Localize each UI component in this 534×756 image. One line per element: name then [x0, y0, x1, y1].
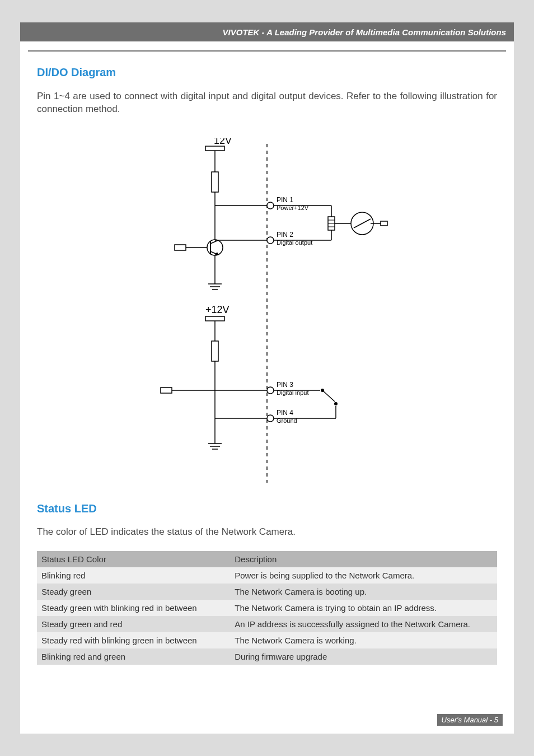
content-area: DI/DO Diagram Pin 1~4 are used to connec… — [37, 66, 497, 665]
table-header-desc: Description — [230, 551, 497, 567]
cell-color: Steady green and red — [37, 616, 230, 632]
svg-point-38 — [267, 387, 274, 394]
pin2-name: PIN 2 — [277, 231, 293, 239]
table-row: Steady red with blinking green in betwee… — [37, 632, 497, 648]
diagram-wrap: 12V PIN 1 — [37, 138, 497, 486]
heading-statusled: Status LED — [37, 502, 497, 515]
header-band: VIVOTEK - A Leading Provider of Multimed… — [20, 22, 514, 41]
cell-desc: Power is being supplied to the Network C… — [230, 567, 497, 584]
cell-color: Blinking red — [37, 567, 230, 584]
svg-rect-32 — [381, 221, 387, 226]
cell-desc: The Network Camera is booting up. — [230, 584, 497, 600]
svg-rect-11 — [175, 245, 186, 250]
table-row: Blinking red and green During firmware u… — [37, 648, 497, 665]
dido-diagram: 12V PIN 1 — [135, 138, 399, 486]
pin4-name: PIN 4 — [277, 409, 293, 417]
svg-line-30 — [354, 219, 371, 228]
cell-color: Blinking red and green — [37, 648, 230, 665]
cell-color: Steady green with blinking red in betwee… — [37, 600, 230, 616]
footer-pagenum: User's Manual - 5 — [437, 714, 503, 726]
cell-color: Steady red with blinking green in betwee… — [37, 632, 230, 648]
page: VIVOTEK - A Leading Provider of Multimed… — [20, 22, 514, 734]
dido-paragraph: Pin 1~4 are used to connect with digital… — [37, 90, 497, 116]
cell-color: Steady green — [37, 584, 230, 600]
table-row: Blinking red Power is being supplied to … — [37, 567, 497, 584]
header-rule — [28, 50, 506, 52]
table-row: Steady green and red An IP address is su… — [37, 616, 497, 632]
svg-line-50 — [322, 390, 335, 402]
svg-rect-3 — [212, 172, 218, 192]
heading-dido: DI/DO Diagram — [37, 66, 497, 79]
cell-desc: During firmware upgrade — [230, 648, 497, 665]
table-header-color: Status LED Color — [37, 551, 230, 567]
svg-rect-1 — [205, 146, 224, 151]
statusled-intro: The color of LED indicates the status of… — [37, 526, 497, 538]
table-row: Steady green with blinking red in betwee… — [37, 600, 497, 616]
svg-rect-40 — [161, 388, 172, 393]
statusled-table: Status LED Color Description Blinking re… — [37, 551, 497, 665]
pin3-name: PIN 3 — [277, 381, 293, 389]
cell-desc: The Network Camera is trying to obtain a… — [230, 600, 497, 616]
svg-point-17 — [267, 202, 274, 209]
cell-desc: An IP address is successfully assigned t… — [230, 616, 497, 632]
svg-point-19 — [267, 237, 274, 244]
svg-point-43 — [267, 415, 274, 422]
pin1-name: PIN 1 — [277, 196, 293, 204]
diagram-12v-label: 12V — [214, 138, 232, 146]
table-row: Steady green The Network Camera is booti… — [37, 584, 497, 600]
cell-desc: The Network Camera is working. — [230, 632, 497, 648]
diagram-plus12v-label: +12V — [205, 304, 229, 315]
svg-point-51 — [334, 402, 338, 405]
svg-rect-33 — [205, 316, 224, 321]
header-brand: VIVOTEK - A Leading Provider of Multimed… — [223, 27, 506, 37]
svg-rect-35 — [212, 341, 218, 361]
